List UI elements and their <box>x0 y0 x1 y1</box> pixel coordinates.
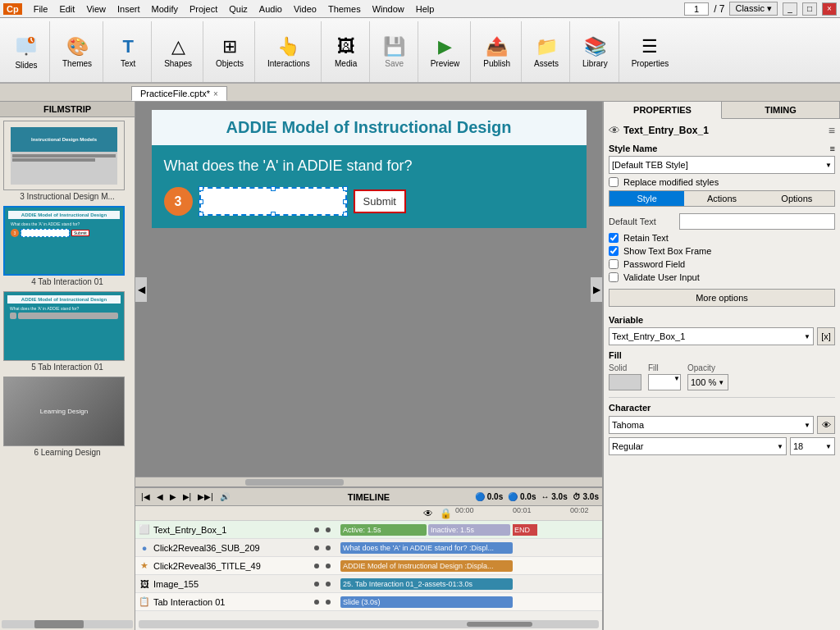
fill-color-picker[interactable]: ▼ <box>648 374 681 390</box>
menu-file[interactable]: File <box>29 2 53 16</box>
style-sub-tab[interactable]: Style <box>609 191 684 206</box>
timeline-scroll-thumb[interactable] <box>467 622 532 627</box>
handle-bottom-center[interactable] <box>271 212 276 217</box>
objects-button[interactable]: ⊞ Objects <box>212 34 248 71</box>
canvas-scroll-thumb[interactable] <box>245 479 344 486</box>
assets-button[interactable]: 📁 Assets <box>530 34 563 71</box>
variable-dropdown[interactable]: Text_Entry_Box_1 ▼ <box>609 327 814 345</box>
visibility-toggle[interactable]: 👁 <box>609 124 620 137</box>
row-2-dot-2[interactable] <box>326 564 331 568</box>
style-name-menu[interactable]: ≡ <box>830 144 835 153</box>
timeline-prev-button[interactable]: ◀ <box>154 491 166 502</box>
font-size-dropdown[interactable]: 18 ▼ <box>790 437 835 455</box>
row-0-dot-1[interactable] <box>314 527 319 532</box>
classic-mode-button[interactable]: Classic ▾ <box>729 2 778 16</box>
variable-bind-button[interactable]: [x] <box>817 327 835 345</box>
row-4-controls[interactable] <box>304 600 340 605</box>
menu-insert[interactable]: Insert <box>112 2 145 16</box>
lock-icon[interactable]: 🔒 <box>440 508 452 519</box>
handle-bottom-left[interactable] <box>199 212 203 217</box>
timeline-scrollbar[interactable] <box>139 620 599 628</box>
interactions-button[interactable]: 👆 Interactions <box>263 34 314 71</box>
text-entry-box[interactable] <box>199 187 347 216</box>
handle-top-right[interactable] <box>343 186 348 191</box>
row-4-dot-2[interactable] <box>326 600 331 605</box>
timeline-start-button[interactable]: |◀ <box>139 491 153 502</box>
maximize-button[interactable]: □ <box>802 2 817 16</box>
row-3-dot-2[interactable] <box>326 582 331 587</box>
file-tab[interactable]: PracticeFile.cptx* × <box>131 86 227 101</box>
style-name-dropdown[interactable]: [Default TEB Style] ▼ <box>609 156 835 174</box>
timeline-play-button[interactable]: ▶ <box>167 491 179 502</box>
opacity-arrow[interactable]: ▼ <box>718 379 724 386</box>
filmstrip-item-5[interactable]: ADDIE Model of Instructional Design What… <box>3 291 131 373</box>
scroll-right-button[interactable]: ▶ <box>591 277 602 302</box>
validate-checkbox[interactable] <box>609 272 619 282</box>
row-1-dot-1[interactable] <box>314 546 319 550</box>
fill-color-arrow[interactable]: ▼ <box>673 375 680 382</box>
preview-button[interactable]: ▶ Preview <box>427 34 464 71</box>
menu-quiz[interactable]: Quiz <box>224 2 253 16</box>
password-checkbox[interactable] <box>609 259 619 269</box>
page-number-input[interactable] <box>684 2 709 16</box>
replace-styles-checkbox[interactable] <box>609 177 619 187</box>
show-frame-checkbox[interactable] <box>609 246 619 256</box>
row-1-dot-2[interactable] <box>326 546 331 550</box>
handle-middle-right[interactable] <box>343 199 348 204</box>
actions-sub-tab[interactable]: Actions <box>684 191 759 206</box>
menu-themes[interactable]: Themes <box>323 2 366 16</box>
save-button[interactable]: 💾 Save <box>378 34 411 71</box>
timeline-end-button[interactable]: ▶▶| <box>195 491 216 502</box>
row-4-dot-1[interactable] <box>314 600 319 605</box>
menu-project[interactable]: Project <box>185 2 222 16</box>
row-3-dot-1[interactable] <box>314 582 319 587</box>
options-sub-tab[interactable]: Options <box>760 191 834 206</box>
element-menu-icon[interactable]: ≡ <box>829 124 835 137</box>
row-3-controls[interactable] <box>304 582 340 587</box>
row-2-bar[interactable]: ADDIE Model of Instructional Design :Dis… <box>340 560 513 572</box>
handle-middle-left[interactable] <box>199 199 203 204</box>
filmstrip-item-6[interactable]: Learning Design 6 Learning Design <box>3 377 131 459</box>
shapes-button[interactable]: △ Shapes <box>160 34 196 71</box>
canvas-scrollbar-h[interactable] <box>135 477 602 486</box>
more-options-button[interactable]: More options <box>609 289 835 307</box>
scroll-left-button[interactable]: ◀ <box>135 277 147 302</box>
tab-close-button[interactable]: × <box>213 89 218 98</box>
filmstrip-item-3[interactable]: Instructional Design Models 3 Instructio… <box>3 121 131 203</box>
font-style-dropdown[interactable]: Regular ▼ <box>609 437 787 455</box>
row-1-controls[interactable] <box>304 546 340 550</box>
timeline-audio-button[interactable]: 🔊 <box>217 491 232 502</box>
themes-button[interactable]: 🎨 Themes <box>58 34 96 71</box>
row-1-bar[interactable]: What does the 'A' in ADDIE stand for? :D… <box>340 542 513 554</box>
media-button[interactable]: 🖼 Media <box>330 34 363 71</box>
row-0-bar-active[interactable]: Active: 1.5s <box>340 524 427 536</box>
row-0-bar-inactive[interactable]: Inactive: 1.5s <box>428 524 510 536</box>
slides-button[interactable]: Slides <box>10 31 43 72</box>
row-3-bar[interactable]: 25. Tab Interaction 01_2-assets-01:3.0s <box>340 578 513 590</box>
font-dropdown[interactable]: Tahoma ▼ <box>609 416 814 434</box>
menu-help[interactable]: Help <box>411 2 440 16</box>
timing-tab[interactable]: TIMING <box>722 102 840 118</box>
handle-top-center[interactable] <box>271 186 276 191</box>
properties-tab[interactable]: PROPERTIES <box>604 102 722 119</box>
font-preview-button[interactable]: 👁 <box>817 416 835 434</box>
eye-icon[interactable]: 👁 <box>423 508 433 519</box>
retain-text-checkbox[interactable] <box>609 233 619 243</box>
library-button[interactable]: 📚 Library <box>578 34 612 71</box>
row-2-dot-1[interactable] <box>314 564 319 568</box>
publish-button[interactable]: 📤 Publish <box>479 34 514 71</box>
opacity-input[interactable]: 100 % ▼ <box>687 374 728 390</box>
default-text-input[interactable] <box>679 213 835 230</box>
filmstrip-item-4[interactable]: ADDIE Model of Instructional Design What… <box>3 206 131 288</box>
minimize-button[interactable]: _ <box>783 2 797 16</box>
timeline-next-button[interactable]: ▶| <box>180 491 194 502</box>
solid-color-picker[interactable] <box>609 374 641 390</box>
row-2-controls[interactable] <box>304 564 340 568</box>
menu-view[interactable]: View <box>81 2 111 16</box>
menu-audio[interactable]: Audio <box>254 2 287 16</box>
handle-bottom-right[interactable] <box>343 212 348 217</box>
menu-edit[interactable]: Edit <box>54 2 80 16</box>
submit-button[interactable]: Submit <box>354 189 406 213</box>
text-button[interactable]: T Text <box>112 34 144 71</box>
menu-window[interactable]: Window <box>368 2 409 16</box>
